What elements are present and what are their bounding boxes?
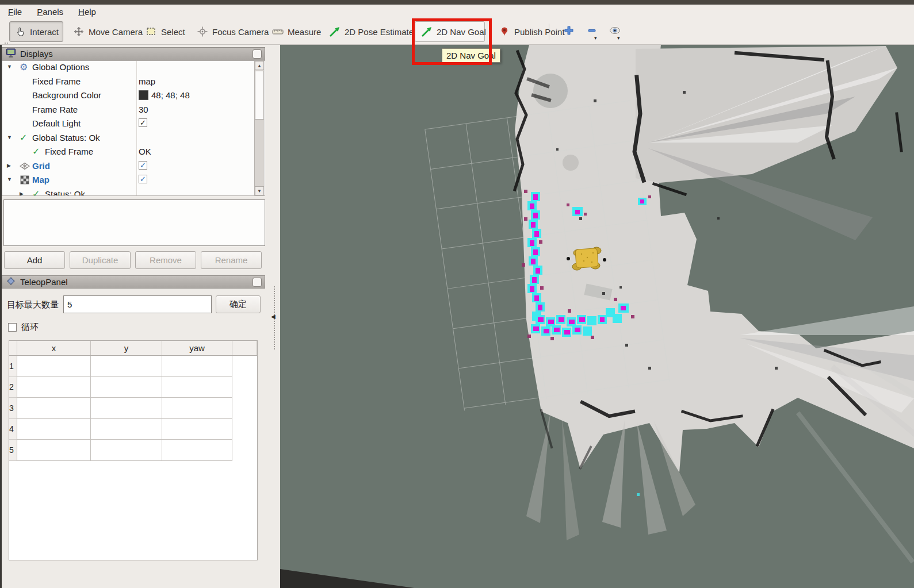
tool-button-2d-pose-estimate[interactable]: 2D Pose Estimate (323, 21, 420, 42)
menu-item-help[interactable]: Help (78, 7, 96, 17)
table-cell[interactable] (162, 419, 232, 440)
tree-checkbox[interactable]: ✓ (139, 175, 147, 183)
window-titlebar (0, 0, 914, 5)
table-cell[interactable] (162, 356, 232, 377)
column-header-x[interactable]: x (17, 341, 91, 355)
tool-button-publish-point[interactable]: Publish Point (492, 21, 571, 42)
tree-checkbox[interactable]: ✓ (139, 118, 147, 127)
row-header[interactable]: 3 (9, 398, 17, 419)
row-header[interactable]: 5 (9, 440, 17, 461)
menu-bar: FilePanelsHelp (0, 5, 914, 19)
max-goal-count-input[interactable] (63, 295, 212, 313)
tree-row-grid[interactable]: ▶Grid✓ (2, 160, 265, 174)
scroll-down-button[interactable]: ▼ (255, 186, 264, 195)
tool-button-move-camera[interactable]: Move Camera (67, 21, 149, 42)
tree-label: Status: Ok (45, 189, 85, 197)
display-description-box (3, 199, 265, 246)
tool-button-interact[interactable]: Interact (9, 21, 63, 42)
left-dock-panel: Displays ▼⚙Global OptionsFixed FramemapB… (0, 45, 280, 588)
teleop-float-checkbox[interactable] (253, 278, 262, 287)
tree-scrollbar[interactable]: ▲ ▼ (254, 61, 264, 195)
row-header[interactable]: 4 (9, 419, 17, 440)
tool-label: 2D Pose Estimate (345, 27, 414, 37)
table-cell[interactable] (162, 377, 232, 398)
table-cell[interactable] (91, 440, 162, 461)
tree-value[interactable]: ✓ (139, 118, 147, 127)
max-goal-count-label: 目标最大数量 (7, 299, 59, 310)
displays-panel-header[interactable]: Displays (2, 47, 265, 60)
tool-button-measure[interactable]: Measure (266, 21, 327, 42)
table-cell[interactable] (17, 377, 91, 398)
goal-table[interactable]: xyyaw12345 (9, 340, 258, 560)
tool-label: Interact (30, 27, 59, 37)
rename-button: Rename (201, 251, 262, 269)
tree-row-fixed-frame[interactable]: Fixed Framemap (2, 75, 265, 90)
table-cell[interactable] (91, 419, 162, 440)
panel-diamond-icon (6, 276, 16, 288)
tree-row-global-options[interactable]: ▼⚙Global Options (2, 61, 265, 75)
table-cell[interactable] (91, 398, 162, 419)
column-header-yaw[interactable]: yaw (162, 341, 232, 355)
focus-crosshair-icon (197, 26, 208, 37)
table-cell[interactable] (17, 398, 91, 419)
table-cell[interactable] (162, 398, 232, 419)
table-cell[interactable] (162, 440, 232, 461)
tree-value[interactable]: ✓ (139, 175, 147, 183)
add-button[interactable]: Add (4, 251, 65, 269)
tree-label: Default Light (32, 118, 81, 128)
tree-row-background-color[interactable]: Background Color48; 48; 48 (2, 89, 265, 103)
dropdown-caret-icon[interactable]: ▾ (594, 35, 597, 41)
tree-value-text: 48; 48; 48 (151, 90, 190, 100)
hand-icon (16, 26, 26, 37)
zoom-in-button[interactable] (561, 24, 577, 40)
table-cell[interactable] (91, 377, 162, 398)
tree-row-frame-rate[interactable]: Frame Rate30 (2, 103, 265, 118)
displays-tree[interactable]: ▼⚙Global OptionsFixed FramemapBackground… (2, 60, 265, 196)
splitter-collapse-arrow[interactable]: ◀ (271, 306, 278, 326)
table-cell[interactable] (91, 356, 162, 377)
tool-button-select[interactable]: Select (139, 21, 192, 42)
visibility-button[interactable] (607, 24, 623, 40)
tree-checkbox[interactable]: ✓ (139, 161, 147, 170)
tree-row-status--ok[interactable]: ▶✓Status: Ok (2, 188, 265, 197)
expander-down-icon[interactable]: ▼ (7, 134, 12, 140)
table-cell[interactable] (17, 356, 91, 377)
loop-checkbox[interactable] (8, 323, 17, 332)
tree-row-fixed-frame[interactable]: ✓Fixed FrameOK (2, 145, 265, 160)
expander-right-icon[interactable]: ▶ (20, 191, 24, 197)
menu-item-file[interactable]: File (8, 7, 22, 17)
table-cell[interactable] (17, 440, 91, 461)
tree-value-text: OK (139, 147, 151, 156)
row-header[interactable]: 1 (9, 356, 17, 377)
header-filler (232, 341, 257, 355)
menu-item-panels[interactable]: Panels (37, 7, 63, 17)
color-swatch[interactable] (139, 90, 148, 100)
monitor-icon (6, 48, 16, 60)
tool-button-focus-camera[interactable]: Focus Camera (190, 21, 275, 42)
expander-down-icon[interactable]: ▼ (7, 64, 12, 70)
tree-column-divider (136, 61, 137, 195)
column-header-y[interactable]: y (91, 341, 162, 355)
confirm-button[interactable]: 确定 (216, 295, 261, 313)
tree-value: 48; 48; 48 (139, 90, 190, 100)
row-header[interactable]: 2 (9, 377, 17, 398)
table-cell[interactable] (17, 419, 91, 440)
toolbar-separator (549, 24, 549, 40)
dropdown-caret-icon[interactable]: ▾ (617, 35, 620, 41)
expander-right-icon[interactable]: ▶ (7, 163, 11, 168)
scroll-up-button[interactable]: ▲ (255, 61, 264, 70)
expander-down-icon[interactable]: ▼ (7, 176, 12, 182)
scrollbar-thumb[interactable] (255, 71, 264, 120)
tree-row-map[interactable]: ▼Map✓ (2, 174, 265, 188)
3d-viewport[interactable] (280, 45, 914, 588)
tree-row-default-light[interactable]: Default Light✓ (2, 117, 265, 132)
green-arrow-icon (329, 26, 341, 37)
tree-row-global-status--ok[interactable]: ▼✓Global Status: Ok (2, 132, 265, 146)
teleop-panel-header[interactable]: TeleopPanel (2, 275, 265, 289)
tool-label: Focus Camera (212, 27, 269, 37)
tree-value[interactable]: ✓ (139, 161, 147, 170)
displays-float-checkbox[interactable] (253, 49, 262, 59)
tree-value: OK (139, 147, 151, 156)
check-icon: ✓ (32, 147, 43, 157)
zoom-out-button[interactable] (584, 24, 600, 40)
